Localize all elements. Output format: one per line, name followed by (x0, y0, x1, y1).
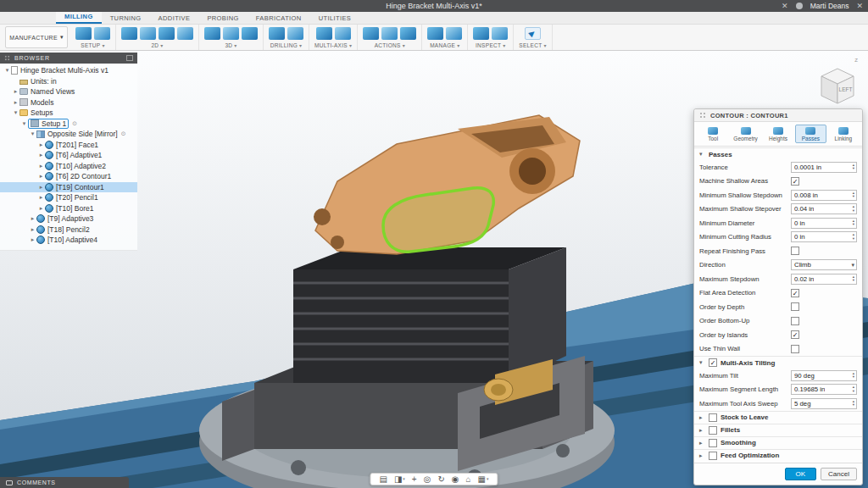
expand-caret-icon[interactable]: ▸ (37, 163, 45, 169)
ok-button[interactable]: OK (785, 468, 817, 480)
visibility-icon[interactable]: ⊙ (121, 130, 126, 137)
drag-handle-icon[interactable] (4, 55, 10, 61)
tree-item-t10-adaptive2[interactable]: ▸[T10] Adaptive2 (0, 161, 137, 172)
face-icon[interactable] (121, 27, 137, 40)
expand-caret-icon[interactable]: ▸ (37, 141, 45, 148)
bore-icon[interactable] (287, 27, 303, 40)
chevron-right-icon[interactable]: ▸ (699, 427, 705, 434)
section-smoothing[interactable]: ▸Smoothing (694, 436, 862, 449)
expand-caret-icon[interactable]: ▸ (29, 236, 36, 243)
setup-sheet-icon[interactable] (400, 27, 416, 40)
expand-caret-icon[interactable]: ▸ (29, 215, 36, 222)
expand-caret-icon[interactable]: ▾ (20, 120, 28, 127)
expand-caret-icon[interactable]: ▸ (37, 152, 45, 158)
stepper-icon[interactable]: ▴▾ (853, 219, 854, 227)
maximum-stepdown-input[interactable]: 0.02 in▴▾ (791, 274, 857, 285)
look-at-icon[interactable]: ◉ (449, 475, 462, 484)
chevron-right-icon[interactable]: ▸ (699, 414, 705, 421)
order-bottom-up-checkbox[interactable] (791, 317, 799, 325)
tree-item-named-views[interactable]: ▸Named Views (0, 86, 137, 97)
flat-area-detection-checkbox[interactable]: ✓ (791, 289, 799, 297)
expand-caret-icon[interactable]: ▾ (12, 109, 19, 116)
stepper-icon[interactable]: ▴▾ (853, 191, 854, 199)
tree-item-units-in[interactable]: Units: in (0, 76, 137, 87)
view-cube[interactable]: Z LEFT (814, 61, 861, 108)
chevron-right-icon[interactable]: ▸ (699, 440, 705, 446)
tree-item-t6-adaptive1[interactable]: ▸[T6] Adaptive1 (0, 150, 137, 161)
ribbon-tab-probing[interactable]: PROBING (198, 12, 247, 24)
fillets-checkbox[interactable] (709, 426, 717, 435)
zoom-icon[interactable]: ◎ (421, 475, 434, 484)
passes-section-header[interactable]: ▾ Passes (694, 147, 862, 160)
select-cursor-icon[interactable] (525, 27, 541, 40)
adaptive-clearing-3d-icon[interactable] (204, 27, 220, 40)
tree-item-t18-pencil2[interactable]: ▸[T18] Pencil2 (0, 225, 137, 236)
window-close-icon[interactable]: ✕ (856, 3, 863, 10)
ribbon-group-dropdown-drilling[interactable]: DRILLING▾ (270, 42, 303, 48)
expand-caret-icon[interactable]: ▸ (37, 184, 45, 191)
visibility-icon[interactable]: ⊙ (72, 120, 77, 127)
minimum-diameter-input[interactable]: 0 in▴▾ (791, 218, 857, 229)
viewcube-face-label[interactable]: LEFT (839, 86, 853, 92)
maximum-tilt-input[interactable]: 90 deg▴▾ (791, 370, 857, 381)
multi-axis-tilting-section-header[interactable]: ▾ ✓ Multi-Axis Tilting (694, 356, 862, 369)
section-analysis-icon[interactable] (492, 27, 508, 40)
minimum-cutting-radius-input[interactable]: 0 in▴▾ (791, 231, 857, 242)
stepper-icon[interactable]: ▴▾ (853, 275, 854, 283)
contour-3d-icon[interactable] (242, 27, 258, 40)
tree-item-t20-pencil1[interactable]: ▸[T20] Pencil1 (0, 192, 137, 203)
fit-view-icon[interactable]: ⌂ (464, 475, 474, 484)
workspace-selector[interactable]: MANUFACTURE ▾ (5, 26, 68, 48)
swarf-icon[interactable] (316, 27, 332, 40)
expand-caret-icon[interactable]: ▸ (37, 194, 45, 201)
expand-caret-icon[interactable]: ▸ (37, 173, 45, 180)
ribbon-tab-additive[interactable]: ADDITIVE (150, 12, 199, 24)
drag-handle-icon[interactable] (699, 112, 706, 119)
pocket-2d-icon[interactable] (159, 27, 175, 40)
section-fillets[interactable]: ▸Fillets (694, 424, 862, 436)
stepper-icon[interactable]: ▴▾ (853, 372, 854, 380)
tree-item-t10-bore1[interactable]: ▸[T10] Bore1 (0, 203, 137, 214)
tool-library-icon[interactable] (427, 27, 443, 40)
dialog-tab-heights[interactable]: Heights (763, 125, 793, 143)
expand-caret-icon[interactable]: ▸ (12, 99, 19, 106)
smoothing-checkbox[interactable] (709, 439, 717, 447)
measure-icon[interactable] (473, 27, 489, 40)
maximum-segment-length-input[interactable]: 0.19685 in▴▾ (791, 384, 857, 395)
expand-caret-icon[interactable]: ▸ (12, 88, 19, 95)
task-manager-icon[interactable] (446, 27, 462, 40)
feed-optimization-checkbox[interactable] (709, 452, 717, 460)
dialog-header[interactable]: CONTOUR : CONTOUR1 (694, 109, 862, 122)
section-stock-to-leave[interactable]: ▸Stock to Leave (694, 411, 862, 424)
tree-item-t9-adaptive3[interactable]: ▸[T9] Adaptive3 (0, 214, 137, 225)
ribbon-tab-turning[interactable]: TURNING (102, 12, 150, 24)
machine-shallow-areas-checkbox[interactable]: ✓ (791, 177, 799, 186)
ribbon-tab-milling[interactable]: MILLING (56, 10, 102, 24)
parallel-icon[interactable] (223, 27, 239, 40)
multi-axis-tilting-checkbox[interactable]: ✓ (709, 358, 717, 367)
user-name[interactable]: Marti Deans (810, 2, 849, 10)
stepper-icon[interactable]: ▴▾ (853, 233, 854, 241)
cancel-button[interactable]: Cancel (821, 468, 857, 480)
chevron-right-icon[interactable]: ▸ (699, 452, 705, 459)
new-setup-icon[interactable] (75, 27, 92, 40)
expand-caret-icon[interactable]: ▸ (37, 205, 45, 212)
adaptive-clearing-2d-icon[interactable] (140, 27, 156, 40)
dialog-tab-passes[interactable]: Passes (795, 125, 826, 143)
simulate-icon[interactable] (363, 27, 379, 40)
minimum-shallow-stepdown-input[interactable]: 0.008 in▴▾ (791, 190, 857, 201)
expand-caret-icon[interactable]: ▾ (29, 130, 36, 137)
ribbon-group-dropdown-2d[interactable]: 2D▾ (151, 42, 163, 48)
ribbon-group-dropdown-3d[interactable]: 3D▾ (225, 42, 236, 48)
view-cube-graphic[interactable]: LEFT (814, 61, 861, 108)
stepper-icon[interactable]: ▴▾ (853, 385, 854, 393)
stepper-icon[interactable]: ▴▾ (853, 400, 854, 408)
ribbon-tab-fabrication[interactable]: FABRICATION (248, 12, 310, 24)
ribbon-group-dropdown-actions[interactable]: ACTIONS▾ (375, 42, 405, 48)
section-feed-optimization[interactable]: ▸Feed Optimization (694, 449, 862, 462)
stock-icon[interactable] (94, 27, 110, 40)
tree-item-models[interactable]: ▸Models (0, 97, 137, 108)
pan-icon[interactable]: + (409, 475, 420, 484)
maximum-shallow-stepover-input[interactable]: 0.04 in▴▾ (791, 203, 857, 214)
stock-to-leave-checkbox[interactable] (709, 413, 717, 422)
